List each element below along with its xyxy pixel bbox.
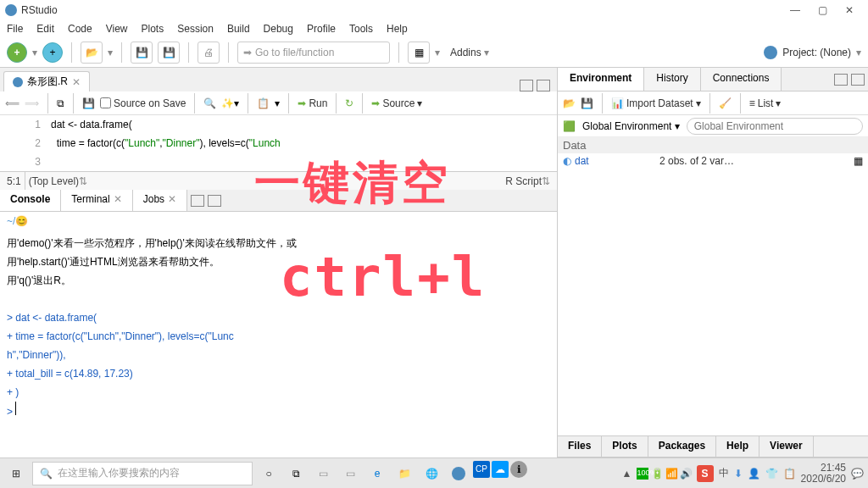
tab-viewer[interactable]: Viewer: [760, 436, 813, 457]
chrome-icon[interactable]: 🌐: [419, 461, 444, 486]
save-icon[interactable]: 💾: [82, 97, 95, 109]
tab-packages[interactable]: Packages: [648, 436, 716, 457]
source-tab[interactable]: 条形图.R ✕: [3, 71, 90, 92]
menu-profile[interactable]: Profile: [307, 23, 336, 35]
env-variable-row[interactable]: ◐ dat 2 obs. of 2 var… ▦: [558, 153, 868, 169]
start-button[interactable]: ⊞: [3, 461, 29, 486]
file-type[interactable]: R Script: [505, 175, 542, 187]
taskbar-search[interactable]: 🔍 在这里输入你要搜索的内容: [32, 462, 253, 485]
main-toolbar: +▾ + 📂▾ 💾 💾 🖨 ➡ Go to file/function ▦▾ A…: [0, 37, 868, 68]
goto-file-input[interactable]: ➡ Go to file/function: [237, 42, 390, 64]
taskbar-app[interactable]: ℹ: [510, 461, 527, 478]
tray-icon[interactable]: 👕: [765, 468, 778, 480]
battery-icon[interactable]: 100%: [637, 468, 648, 480]
env-scope-dropdown[interactable]: Global Environment ▾: [582, 120, 680, 132]
new-project-button[interactable]: +: [42, 42, 63, 63]
minimize-pane-icon[interactable]: [520, 80, 533, 92]
tab-plots[interactable]: Plots: [602, 436, 648, 457]
code-editor[interactable]: 1 2 3 dat <- data.frame( time = factor(c…: [0, 115, 557, 171]
notebook-icon[interactable]: 📋: [257, 97, 270, 109]
tab-connections[interactable]: Connections: [701, 68, 782, 91]
menu-build[interactable]: Build: [227, 23, 250, 35]
code-text[interactable]: dat <- data.frame( time = factor(c("Lunc…: [51, 115, 557, 171]
wifi-icon[interactable]: 📶: [665, 468, 677, 480]
console-output[interactable]: 用'demo()'来看一些示范程序，用'help()'来阅读在线帮助文件，或 用…: [0, 230, 557, 458]
taskbar-app[interactable]: ▭: [337, 461, 363, 486]
tab-close-icon[interactable]: ✕: [72, 76, 81, 88]
save-workspace-icon[interactable]: 💾: [581, 97, 593, 109]
show-in-new-window-icon[interactable]: ⧉: [57, 97, 64, 109]
clock-date[interactable]: 2020/6/20: [801, 474, 846, 485]
menu-plots[interactable]: Plots: [142, 23, 164, 35]
maximize-button[interactable]: ▢: [809, 4, 836, 16]
tray-icon[interactable]: 🔋: [651, 468, 663, 480]
rerun-icon[interactable]: ↻: [345, 97, 353, 109]
tab-environment[interactable]: Environment: [558, 68, 644, 91]
new-file-button[interactable]: +: [7, 42, 27, 63]
cortana-icon[interactable]: ○: [256, 461, 281, 486]
menu-session[interactable]: Session: [177, 23, 214, 35]
taskbar-app[interactable]: ▭: [310, 461, 336, 486]
taskbar-app[interactable]: ☁: [492, 461, 509, 478]
menu-view[interactable]: View: [106, 23, 128, 35]
minimize-pane-icon[interactable]: [191, 195, 204, 207]
tray-icon[interactable]: 👤: [748, 468, 760, 480]
env-scope-icon: 🟩: [563, 120, 576, 132]
clock-time[interactable]: 21:45: [801, 463, 846, 474]
back-button[interactable]: ⟸: [5, 97, 19, 109]
expand-icon[interactable]: ◐: [563, 155, 571, 167]
minimize-pane-icon[interactable]: [834, 74, 848, 86]
clear-workspace-icon[interactable]: 🧹: [719, 97, 732, 109]
volume-icon[interactable]: 🔊: [680, 468, 692, 480]
tab-jobs[interactable]: Jobs✕: [133, 190, 187, 211]
source-button[interactable]: ➡Source ▾: [371, 97, 422, 109]
view-table-icon[interactable]: ▦: [854, 155, 863, 167]
task-view-icon[interactable]: ⧉: [283, 461, 309, 486]
tab-terminal[interactable]: Terminal✕: [61, 190, 132, 211]
menu-tools[interactable]: Tools: [349, 23, 373, 35]
titlebar: RStudio — ▢ ✕: [0, 0, 868, 20]
ime-icon[interactable]: S: [697, 465, 714, 482]
scope-selector[interactable]: (Top Level): [29, 175, 79, 187]
load-workspace-icon[interactable]: 📂: [563, 97, 576, 109]
wand-icon[interactable]: ✨▾: [221, 97, 239, 109]
tools-button[interactable]: ▦: [408, 42, 430, 64]
open-file-button[interactable]: 📂: [81, 42, 103, 64]
menu-edit[interactable]: Edit: [36, 23, 54, 35]
taskbar-app[interactable]: CP: [473, 461, 490, 478]
forward-button[interactable]: ⟹: [25, 97, 39, 109]
tab-history[interactable]: History: [644, 68, 700, 91]
ime-label[interactable]: 中: [719, 466, 729, 480]
tab-help[interactable]: Help: [716, 436, 760, 457]
menu-file[interactable]: File: [7, 23, 23, 35]
save-button[interactable]: 💾: [131, 42, 153, 64]
maximize-pane-icon[interactable]: [208, 195, 221, 207]
save-all-button[interactable]: 💾: [158, 42, 180, 64]
editor-statusbar: 5:1 (Top Level) ⇅ R Script ⇅: [0, 171, 557, 190]
minimize-button[interactable]: —: [782, 4, 809, 16]
run-button[interactable]: ➡Run: [298, 97, 327, 109]
env-search-input[interactable]: [687, 118, 863, 135]
project-selector[interactable]: Project: (None) ▾: [764, 46, 861, 59]
close-button[interactable]: ✕: [836, 4, 863, 16]
addins-dropdown[interactable]: Addins ▾: [445, 45, 494, 60]
rstudio-taskbar-icon[interactable]: [446, 461, 471, 486]
tray-icon[interactable]: 📋: [783, 468, 796, 480]
menu-help[interactable]: Help: [387, 23, 408, 35]
edge-icon[interactable]: e: [364, 461, 390, 486]
import-dataset-dropdown[interactable]: 📊Import Dataset ▾: [611, 97, 701, 109]
view-list-dropdown[interactable]: ≡ List ▾: [749, 97, 782, 109]
tab-console[interactable]: Console: [0, 190, 61, 211]
tab-files[interactable]: Files: [558, 436, 602, 457]
maximize-pane-icon[interactable]: [851, 74, 865, 86]
print-button[interactable]: 🖨: [198, 42, 220, 64]
explorer-icon[interactable]: 📁: [392, 461, 417, 486]
menu-debug[interactable]: Debug: [264, 23, 293, 35]
maximize-pane-icon[interactable]: [537, 80, 550, 92]
menu-code[interactable]: Code: [68, 23, 92, 35]
source-on-save-checkbox[interactable]: Source on Save: [100, 97, 186, 109]
find-icon[interactable]: 🔍: [203, 97, 216, 109]
tray-icon[interactable]: ⬇: [734, 468, 743, 480]
tray-icon[interactable]: ▲: [622, 468, 634, 480]
notifications-icon[interactable]: 💬: [851, 468, 865, 480]
